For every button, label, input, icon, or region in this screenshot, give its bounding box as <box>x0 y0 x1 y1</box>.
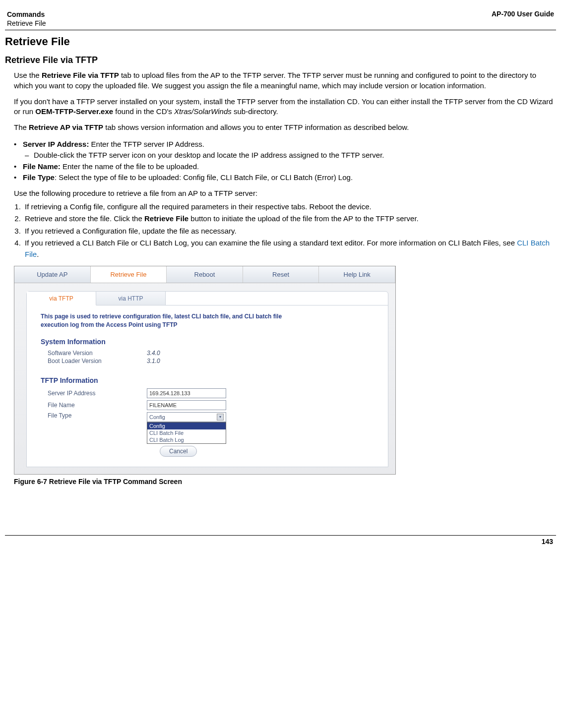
text: sub-directory. <box>232 107 278 116</box>
server-ip-input[interactable] <box>147 388 226 398</box>
bullet-item: File Type: Select the type of file to be… <box>14 172 556 183</box>
panel-description: This page is used to retrieve configurat… <box>41 312 309 328</box>
italic-text: Xtras/SolarWinds <box>174 107 232 116</box>
tab-reboot[interactable]: Reboot <box>167 266 243 283</box>
text: Use the <box>14 71 42 79</box>
tab-retrieve-file[interactable]: Retrieve File <box>91 266 167 283</box>
tab-update-ap[interactable]: Update AP <box>14 266 91 283</box>
ordered-steps: If retrieving a Config file, configure a… <box>23 201 556 260</box>
section-title: Retrieve File <box>5 35 556 48</box>
software-version-label: Software Version <box>48 350 147 357</box>
bullet-item: Server IP Address: Enter the TFTP server… <box>14 139 556 161</box>
bullet-text: Enter the TFTP server IP Address. <box>89 140 204 148</box>
bullet-text: Enter the name of the file to be uploade… <box>61 162 199 171</box>
tab-help-link[interactable]: Help Link <box>319 266 395 283</box>
option-cli-batch-file[interactable]: CLI Batch File <box>147 429 226 436</box>
server-ip-row: Server IP Address <box>48 388 379 398</box>
file-type-dropdown: Config CLI Batch File CLI Batch Log <box>147 422 226 444</box>
subtab-spacer <box>166 292 388 305</box>
step-text: Retrieve and store the file. Click the <box>25 214 144 223</box>
system-info-heading: System Information <box>41 338 379 346</box>
bold-text: Retrieve AP via TFTP <box>29 123 103 131</box>
software-version-row: Software Version 3.4.0 <box>48 350 379 357</box>
step-text: . <box>37 250 39 258</box>
paragraph-2: If you don't have a TFTP server installe… <box>14 97 556 117</box>
bullet-text: : Select the type of file to be uploaded… <box>55 173 353 182</box>
file-type-row: File Type Config ▾ Config CLI Batch File… <box>48 412 379 422</box>
boot-loader-label: Boot Loader Version <box>48 358 147 364</box>
panel-content: This page is used to retrieve configurat… <box>27 305 388 459</box>
step-item: If you retrieved a Configuration file, u… <box>23 226 556 237</box>
file-type-select[interactable]: Config ▾ <box>147 412 226 422</box>
header-left: Commands Retrieve File <box>7 10 46 28</box>
tab-reset[interactable]: Reset <box>243 266 319 283</box>
boot-loader-value: 3.1.0 <box>147 358 160 364</box>
step-text: If you retrieved a CLI Batch File or CLI… <box>25 239 517 247</box>
subsection-title: Retrieve File via TFTP <box>5 55 556 65</box>
file-type-label: File Type <box>48 412 147 419</box>
text: The <box>14 123 29 131</box>
file-name-label: File Name <box>48 402 147 409</box>
header-rule <box>5 30 556 30</box>
file-type-select-wrap: Config ▾ Config CLI Batch File CLI Batch… <box>147 412 226 422</box>
step-item: Retrieve and store the file. Click the R… <box>23 213 556 225</box>
step-text: If you retrieved a Configuration file, u… <box>25 227 237 235</box>
file-name-row: File Name <box>48 400 379 410</box>
step-item: If retrieving a Config file, configure a… <box>23 201 556 213</box>
bold-text: Retrieve File <box>144 214 188 223</box>
step-text: If retrieving a Config file, configure a… <box>25 202 372 211</box>
header-guide-title: AP-700 User Guide <box>492 10 554 28</box>
sub-tabs: via TFTP via HTTP <box>27 292 388 305</box>
paragraph-4: Use the following procedure to retrieve … <box>14 188 556 198</box>
software-version-value: 3.4.0 <box>147 350 160 357</box>
sub-bullet-item: Double-click the TFTP server icon on you… <box>25 150 556 161</box>
screenshot-panel: Update AP Retrieve File Reboot Reset Hel… <box>14 266 396 474</box>
subtab-via-http[interactable]: via HTTP <box>96 292 166 305</box>
tftp-info-heading: TFTP Information <box>41 376 379 384</box>
header-section: Commands <box>7 10 46 19</box>
header-subsection: Retrieve File <box>7 19 46 28</box>
option-cli-batch-log[interactable]: CLI Batch Log <box>147 436 226 443</box>
text: found in the CD's <box>113 107 174 116</box>
bullet-label: File Name: <box>23 162 61 171</box>
cancel-button[interactable]: Cancel <box>160 446 197 457</box>
file-name-input[interactable] <box>147 400 226 410</box>
step-text: button to initiate the upload of the fil… <box>188 214 419 223</box>
bullet-list: Server IP Address: Enter the TFTP server… <box>14 139 556 183</box>
server-ip-label: Server IP Address <box>48 390 147 397</box>
file-type-selected: Config <box>149 414 165 420</box>
step-item: If you retrieved a CLI Batch File or CLI… <box>23 238 556 260</box>
bullet-label: Server IP Address: <box>23 140 89 148</box>
bold-text: OEM-TFTP-Server.exe <box>35 107 113 116</box>
page-number: 143 <box>5 536 556 546</box>
boot-loader-row: Boot Loader Version 3.1.0 <box>48 358 379 364</box>
bullet-label: File Type <box>23 173 55 182</box>
bullet-item: File Name: Enter the name of the file to… <box>14 161 556 173</box>
option-config[interactable]: Config <box>147 423 226 429</box>
paragraph-1: Use the Retrieve File via TFTP tab to up… <box>14 70 556 91</box>
bold-text: Retrieve File via TFTP <box>42 71 119 79</box>
chevron-down-icon[interactable]: ▾ <box>217 414 224 421</box>
main-tabs: Update AP Retrieve File Reboot Reset Hel… <box>14 266 395 283</box>
paragraph-3: The Retrieve AP via TFTP tab shows versi… <box>14 122 556 132</box>
figure-caption: Figure 6-7 Retrieve File via TFTP Comman… <box>14 478 556 485</box>
page-header: Commands Retrieve File AP-700 User Guide <box>5 10 556 28</box>
sub-bullet-text: Double-click the TFTP server icon on you… <box>34 151 384 159</box>
inner-panel: via TFTP via HTTP This page is used to r… <box>26 291 388 467</box>
subtab-via-tftp[interactable]: via TFTP <box>27 292 96 305</box>
text: tab shows version information and allows… <box>103 123 409 131</box>
